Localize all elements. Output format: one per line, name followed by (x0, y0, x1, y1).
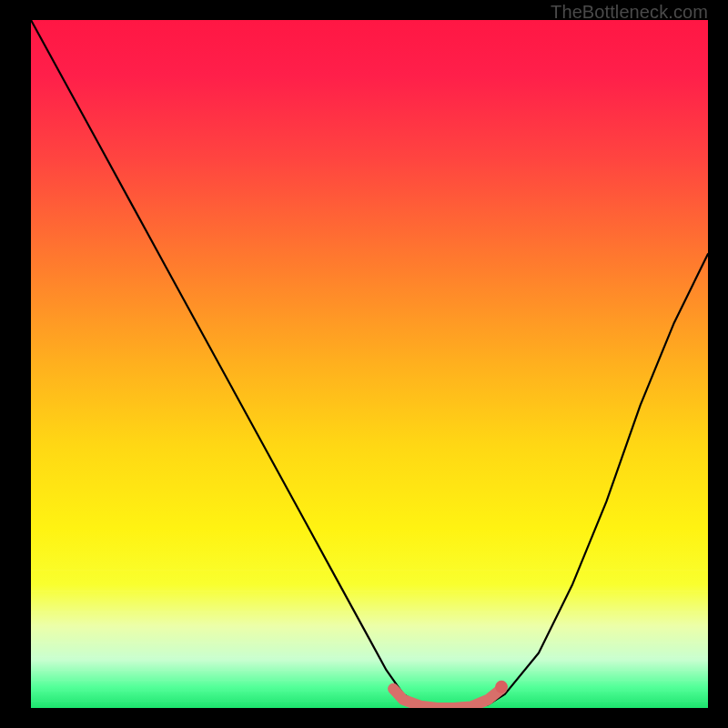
chart-stage: TheBottleneck.com (0, 0, 728, 728)
gradient-background (31, 20, 708, 708)
bottleneck-chart (31, 20, 708, 708)
marker-end-dot (495, 681, 508, 693)
chart-panel (31, 20, 708, 708)
